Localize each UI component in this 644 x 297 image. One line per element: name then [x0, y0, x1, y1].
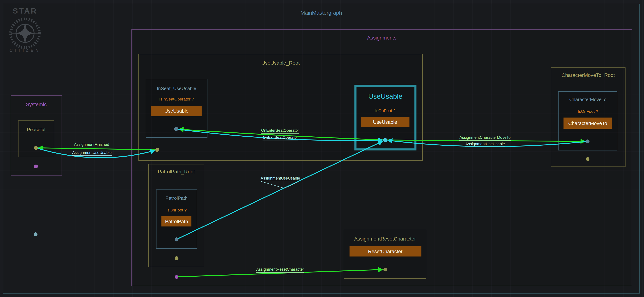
star-citizen-logo: STAR CITIZEN [6, 5, 44, 53]
logo-star-text: STAR [12, 7, 37, 16]
edge-label-assignment-useusable-from-patrol[interactable]: AssignmentUseUsable [260, 176, 300, 181]
node-inseat-useusable-task-button[interactable]: UseUsable [151, 106, 202, 116]
logo-citizen-text: CITIZEN [10, 48, 41, 53]
node-patrolpath-task-button[interactable]: PatrolPath [162, 216, 192, 226]
edge-label-assignment-useusable-from-cm[interactable]: AssignmentUseUsable [465, 141, 505, 147]
edge-label-on-enter-seat-operator[interactable]: OnEnterSeatOperator [261, 128, 300, 134]
edge-label-assignment-charactermoveto[interactable]: AssignmentCharacterMoveTo [459, 135, 511, 141]
node-useusable-task-button[interactable]: UseUsable [360, 117, 410, 127]
graph-canvas[interactable]: MainMastergraph Assignments Systemic Pea… [0, 0, 644, 297]
node-peaceful[interactable] [18, 120, 54, 157]
edge-label-assignment-resetcharacter[interactable]: AssignmentResetCharacter [256, 267, 304, 273]
edge-label-assignment-finished[interactable]: AssignmentFinished [74, 142, 110, 147]
node-charactermoveto-task-button[interactable]: CharacterMoveTo [564, 118, 612, 129]
node-resetcharacter-task-button[interactable]: ResetCharacter [349, 246, 421, 257]
star-citizen-emblem [8, 16, 43, 51]
edge-label-on-exit-seat-operator[interactable]: OnExitSeatOperator [262, 135, 298, 141]
graph-viewport: MainMastergraph Assignments Systemic Pea… [0, 0, 644, 297]
edge-label-assignment-useusable-from-systemic[interactable]: AssignmentUseUsable [72, 150, 112, 156]
logo-star-icon [15, 20, 35, 47]
